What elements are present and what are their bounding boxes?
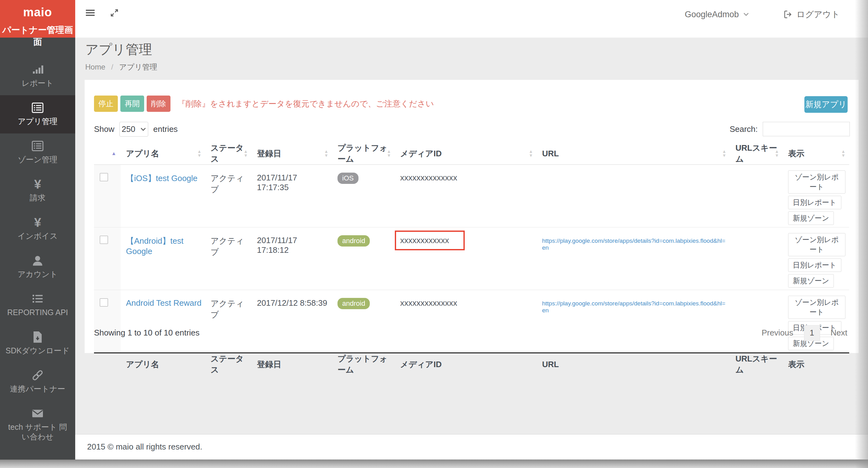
url-scheme-cell — [730, 290, 783, 353]
delete-warning-text: 『削除』をされますとデータを復元できませんので、ご注意ください — [177, 98, 434, 109]
status-cell: アクティブ — [205, 290, 252, 353]
column-header-select[interactable]: ▲ — [94, 143, 121, 165]
column-header-media-id[interactable]: メディアID▲▼ — [395, 143, 537, 165]
column-header-url[interactable]: URL▲▼ — [537, 143, 730, 165]
table-header-row: ▲ アプリ名▲▼ ステータス▲▼ 登録日▲▼ プラットフォーム▲▼ メディアID… — [94, 143, 849, 165]
app-name-link[interactable]: 【iOS】test Google — [126, 174, 197, 183]
sort-icons: ▲▼ — [324, 149, 329, 158]
media-id-cell: xxxxxxxxxxxx — [395, 227, 537, 290]
zone-report-button[interactable]: ゾーン別レポート — [788, 233, 845, 256]
sidebar: maio パートナー管理画面 レポート アプリ管理 ゾーン管理 — [0, 0, 75, 460]
store-url-link[interactable]: https://play.google.com/store/apps/detai… — [542, 300, 726, 314]
resume-button[interactable]: 再開 — [120, 96, 144, 112]
new-app-button[interactable]: 新規アプリ — [804, 96, 848, 113]
sort-icons: ▲▼ — [775, 149, 779, 158]
platform-badge: android — [338, 235, 370, 247]
stop-button[interactable]: 停止 — [94, 96, 118, 112]
row-checkbox[interactable] — [100, 173, 108, 181]
sort-icons: ▲▼ — [387, 149, 391, 158]
footer-header-display: 表示 — [783, 353, 849, 376]
column-header-app-name[interactable]: アプリ名▲▼ — [121, 143, 205, 165]
row-checkbox[interactable] — [100, 236, 108, 244]
pagination: Previous 1 Next — [760, 325, 849, 341]
table-footer-row: アプリ名 ステータス 登録日 プラットフォーム メディアID URL URLスキ… — [94, 353, 849, 376]
app-screen: maio パートナー管理画面 レポート アプリ管理 ゾーン管理 — [0, 0, 868, 468]
page-title: アプリ管理 — [85, 41, 157, 58]
logout-button[interactable]: ログアウト — [783, 9, 840, 20]
table-row: 【iOS】test Google アクティブ 2017/11/17 17:17:… — [94, 165, 849, 227]
daily-report-button[interactable]: 日別レポート — [788, 196, 841, 209]
show-label: Show — [94, 124, 114, 134]
sidebar-item-report[interactable]: レポート — [0, 57, 75, 95]
copyright-text: 2015 © maio all rights reserved. — [87, 442, 202, 451]
row-actions: ゾーン別レポート 日別レポート 新規ゾーン — [783, 227, 849, 290]
sidebar-item-app-management[interactable]: アプリ管理 — [0, 95, 75, 133]
registered-cell: 2017/11/17 17:17:35 — [252, 165, 332, 227]
daily-report-button[interactable]: 日別レポート — [788, 258, 841, 272]
sidebar-item-label: アカウント — [0, 270, 75, 279]
envelope-icon — [0, 407, 75, 420]
url-cell — [537, 165, 730, 227]
page-header: アプリ管理 Home / アプリ管理 — [85, 41, 157, 72]
sidebar-item-partners[interactable]: 連携パートナー — [0, 363, 75, 401]
apps-table: ▲ アプリ名▲▼ ステータス▲▼ 登録日▲▼ プラットフォーム▲▼ メディアID… — [94, 143, 849, 375]
url-scheme-cell — [730, 227, 783, 290]
logout-label: ログアウト — [797, 9, 840, 20]
chevron-down-icon — [743, 12, 749, 16]
current-page-button[interactable]: 1 — [804, 325, 820, 341]
media-id-annotation-box: xxxxxxxxxxxx — [395, 230, 465, 250]
footer-header-status: ステータス — [205, 353, 252, 376]
sidebar-item-tech-support[interactable]: tech サポート 問い合わせ — [0, 401, 75, 451]
column-header-url-scheme[interactable]: URLスキーム▲▼ — [730, 143, 783, 165]
media-id-cell: xxxxxxxxxxxxxx — [395, 290, 537, 353]
bulk-actions-toolbar: 停止 再開 削除 『削除』をされますとデータを復元できませんので、ご注意ください — [94, 96, 434, 112]
new-zone-button[interactable]: 新規ゾーン — [788, 274, 834, 287]
bar-chart-icon — [0, 63, 75, 76]
top-navbar: GoogleAdmob ログアウト — [75, 0, 868, 38]
list-alt-icon — [0, 139, 75, 153]
row-checkbox[interactable] — [100, 298, 108, 307]
breadcrumb-home[interactable]: Home — [85, 63, 105, 71]
sidebar-item-invoice[interactable]: ¥ インボイス — [0, 210, 75, 248]
column-header-display[interactable]: 表示▲▼ — [783, 143, 849, 165]
app-name-link[interactable]: Android Test Reward — [126, 298, 202, 308]
previous-page-button[interactable]: Previous — [760, 325, 795, 341]
footer-header-platform: プラットフォーム — [332, 353, 395, 376]
sidebar-item-sdk-download[interactable]: SDKダウンロード — [0, 324, 75, 363]
url-scheme-cell — [730, 165, 783, 227]
row-actions: ゾーン別レポート 日別レポート 新規ゾーン — [783, 290, 849, 353]
url-cell: https://play.google.com/store/apps/detai… — [537, 290, 730, 353]
account-menu[interactable]: GoogleAdmob — [685, 10, 749, 20]
list-alt-icon — [0, 101, 75, 115]
zone-report-button[interactable]: ゾーン別レポート — [788, 296, 845, 319]
search-input[interactable] — [763, 122, 850, 136]
table-row: Android Test Reward アクティブ 2017/12/12 8:5… — [94, 290, 849, 353]
sidebar-toggle-hamburger-icon[interactable] — [86, 9, 95, 18]
status-cell: アクティブ — [205, 227, 252, 290]
row-actions: ゾーン別レポート 日別レポート 新規ゾーン — [783, 165, 849, 227]
column-header-platform[interactable]: プラットフォーム▲▼ — [332, 143, 395, 165]
store-url-link[interactable]: https://play.google.com/store/apps/detai… — [542, 238, 726, 251]
sidebar-item-account[interactable]: アカウント — [0, 248, 75, 286]
sidebar-item-label: ゾーン管理 — [0, 155, 75, 164]
account-name: GoogleAdmob — [685, 10, 739, 20]
sidebar-item-reporting-api[interactable]: REPORTING API — [0, 286, 75, 324]
sidebar-item-label: 連携パートナー — [0, 384, 75, 394]
sort-ascending-icon: ▲ — [111, 151, 116, 156]
page-length-select[interactable]: 250 — [119, 122, 148, 136]
link-icon — [0, 368, 75, 382]
column-header-registered[interactable]: 登録日▲▼ — [252, 143, 332, 165]
yen-icon: ¥ — [0, 216, 75, 229]
brand-logo[interactable]: maio パートナー管理画面 — [0, 0, 75, 38]
fullscreen-expand-icon[interactable] — [110, 9, 119, 18]
app-name-link[interactable]: 【Android】test Google — [126, 236, 184, 256]
column-header-status[interactable]: ステータス▲▼ — [205, 143, 252, 165]
sidebar-item-billing[interactable]: ¥ 請求 — [0, 171, 75, 210]
next-page-button[interactable]: Next — [829, 325, 849, 341]
breadcrumb-current: アプリ管理 — [119, 63, 157, 71]
window-bottom-edge — [0, 460, 868, 468]
zone-report-button[interactable]: ゾーン別レポート — [788, 170, 845, 194]
sidebar-item-zone-management[interactable]: ゾーン管理 — [0, 133, 75, 171]
new-zone-button[interactable]: 新規ゾーン — [788, 212, 834, 225]
delete-button[interactable]: 削除 — [147, 96, 170, 112]
